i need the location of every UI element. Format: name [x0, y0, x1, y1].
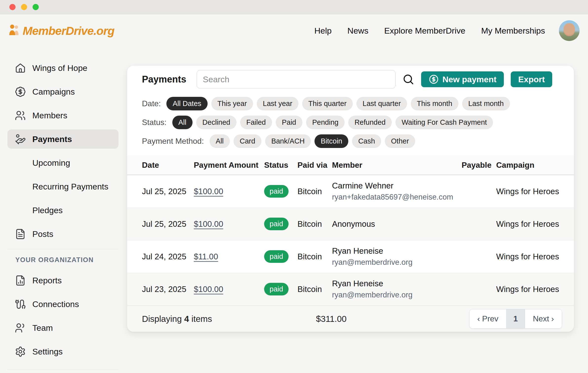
cell-campaign: Wings for Heroes: [496, 285, 564, 294]
filter-chip-paid[interactable]: Paid: [276, 116, 302, 129]
cell-date: Jul 24, 2025: [142, 252, 194, 261]
displaying-prefix: Displaying: [142, 314, 182, 324]
filter-chip-pending[interactable]: Pending: [306, 116, 345, 129]
payment-amount-link[interactable]: $11.00: [194, 252, 218, 261]
nav-news[interactable]: News: [347, 26, 368, 36]
column-header-campaign: Campaign: [496, 161, 564, 170]
date-filter-row: Date: All Dates This year Last year This…: [142, 97, 559, 110]
filter-chip-this-month[interactable]: This month: [411, 97, 458, 110]
payments-card: Payments New payment Export Date: All Da…: [127, 66, 574, 332]
sidebar-item-upcoming[interactable]: Upcoming: [7, 153, 118, 172]
filter-chip-other[interactable]: Other: [385, 134, 415, 148]
export-button[interactable]: Export: [511, 71, 552, 87]
filter-chip-status-all[interactable]: All: [172, 116, 193, 129]
sidebar-item-posts[interactable]: Posts: [7, 224, 118, 244]
new-payment-button[interactable]: New payment: [421, 71, 504, 87]
filter-chip-this-quarter[interactable]: This quarter: [302, 97, 353, 110]
cell-member: Carmine Wehner ryan+fakedata85697@heneis…: [332, 181, 462, 202]
cell-date: Jul 25, 2025: [142, 219, 194, 229]
search-button[interactable]: [402, 73, 414, 85]
filters: Date: All Dates This year Last year This…: [127, 88, 574, 149]
sidebar-item-label: Settings: [32, 347, 63, 356]
memberdrive-logo-icon: [7, 23, 21, 38]
cell-member: Ryan Heneise ryan@memberdrive.org: [332, 279, 462, 299]
filter-chip-failed[interactable]: Failed: [240, 116, 272, 129]
search-input[interactable]: [197, 70, 396, 88]
table-row: Jul 23, 2025 $100.00 paid Bitcoin Ryan H…: [127, 273, 574, 306]
column-header-status: Status: [264, 161, 297, 170]
sidebar-item-payments[interactable]: Payments: [7, 129, 118, 149]
user-avatar[interactable]: [559, 20, 580, 41]
brand-logo[interactable]: MemberDrive.org: [7, 23, 115, 38]
filter-chip-all-dates[interactable]: All Dates: [166, 97, 207, 110]
filter-chip-this-year[interactable]: This year: [211, 97, 253, 110]
filter-chip-declined[interactable]: Declined: [196, 116, 236, 129]
window-minimize-button[interactable]: [21, 4, 27, 10]
payment-amount-link[interactable]: $100.00: [194, 285, 223, 294]
hand-coins-icon: [15, 134, 26, 145]
payments-card-header: Payments New payment Export: [127, 66, 574, 88]
window-titlebar: [0, 0, 588, 14]
filter-chip-method-all[interactable]: All: [210, 134, 230, 148]
home-icon: [15, 62, 26, 74]
sidebar-item-connections[interactable]: Connections: [7, 294, 118, 314]
filter-chip-waiting-for-cash-payment[interactable]: Waiting For Cash Payment: [395, 116, 493, 129]
status-badge: paid: [264, 283, 289, 295]
search-icon: [402, 73, 414, 85]
nav-explore-memberdrive[interactable]: Explore MemberDrive: [384, 26, 465, 36]
cell-paid-via: Bitcoin: [297, 252, 332, 261]
cell-campaign: Wings for Heroes: [496, 252, 564, 261]
filter-chip-last-month[interactable]: Last month: [462, 97, 510, 110]
sidebar-item-wings-of-hope[interactable]: Wings of Hope: [7, 58, 118, 78]
window-close-button[interactable]: [9, 4, 16, 10]
app-header: MemberDrive.org Help News Explore Member…: [0, 14, 588, 47]
sidebar-item-label: Payments: [32, 134, 72, 144]
status-badge: paid: [264, 218, 289, 230]
sidebar-item-team[interactable]: Team: [7, 318, 118, 337]
payment-amount-link[interactable]: $100.00: [194, 187, 223, 196]
payment-amount-link[interactable]: $100.00: [194, 219, 223, 229]
gear-icon: [15, 346, 26, 357]
sidebar-item-settings[interactable]: Settings: [7, 342, 118, 361]
table-footer: Displaying 4 items $311.00 ‹ Prev 1 Next…: [127, 306, 574, 332]
filter-chip-cash[interactable]: Cash: [352, 134, 381, 148]
sidebar-divider: [7, 249, 118, 249]
sidebar-item-label: Team: [32, 323, 53, 333]
export-label: Export: [518, 75, 545, 84]
current-page-indicator[interactable]: 1: [506, 309, 525, 328]
sidebar-item-pledges[interactable]: Pledges: [7, 201, 118, 220]
status-filter-label: Status:: [142, 118, 167, 127]
top-nav: Help News Explore MemberDrive My Members…: [314, 26, 545, 36]
nav-my-memberships[interactable]: My Memberships: [481, 26, 545, 36]
window-zoom-button[interactable]: [33, 4, 39, 10]
sidebar-item-recurring-payments[interactable]: Recurring Payments: [7, 177, 118, 196]
sidebar-item-members[interactable]: Members: [7, 106, 118, 125]
file-text-icon: [15, 228, 26, 240]
displaying-count-value: 4: [184, 314, 189, 324]
sidebar-item-campaigns[interactable]: Campaigns: [7, 82, 118, 101]
sidebar: Wings of Hope Campaigns Members Payments…: [0, 47, 120, 373]
cell-paid-via: Bitcoin: [297, 219, 332, 229]
cell-campaign: Wings for Heroes: [496, 187, 564, 196]
pagination: ‹ Prev 1 Next ›: [469, 309, 562, 329]
prev-page-button[interactable]: ‹ Prev: [470, 309, 506, 328]
new-payment-label: New payment: [442, 75, 496, 84]
users-icon: [15, 110, 26, 121]
sidebar-item-label: Wings of Hope: [32, 63, 87, 73]
table-row: Jul 25, 2025 $100.00 paid Bitcoin Anonym…: [127, 208, 574, 240]
filter-chip-card[interactable]: Card: [234, 134, 261, 148]
main-content: Payments New payment Export Date: All Da…: [120, 47, 588, 332]
filter-chip-refunded[interactable]: Refunded: [348, 116, 392, 129]
next-page-button[interactable]: Next ›: [525, 309, 562, 328]
table-row: Jul 24, 2025 $11.00 paid Bitcoin Ryan He…: [127, 240, 574, 273]
filter-chip-bank-ach[interactable]: Bank/ACH: [265, 134, 311, 148]
sidebar-item-label: Members: [32, 111, 67, 120]
member-email: ryan@memberdrive.org: [332, 290, 462, 299]
filter-chip-bitcoin[interactable]: Bitcoin: [314, 134, 348, 148]
filter-chip-last-quarter[interactable]: Last quarter: [356, 97, 407, 110]
displaying-items-suffix: items: [191, 314, 212, 324]
nav-help[interactable]: Help: [314, 26, 332, 36]
filter-chip-last-year[interactable]: Last year: [257, 97, 298, 110]
member-email: ryan+fakedata85697@heneise.com: [332, 193, 462, 202]
sidebar-item-reports[interactable]: Reports: [7, 271, 118, 290]
